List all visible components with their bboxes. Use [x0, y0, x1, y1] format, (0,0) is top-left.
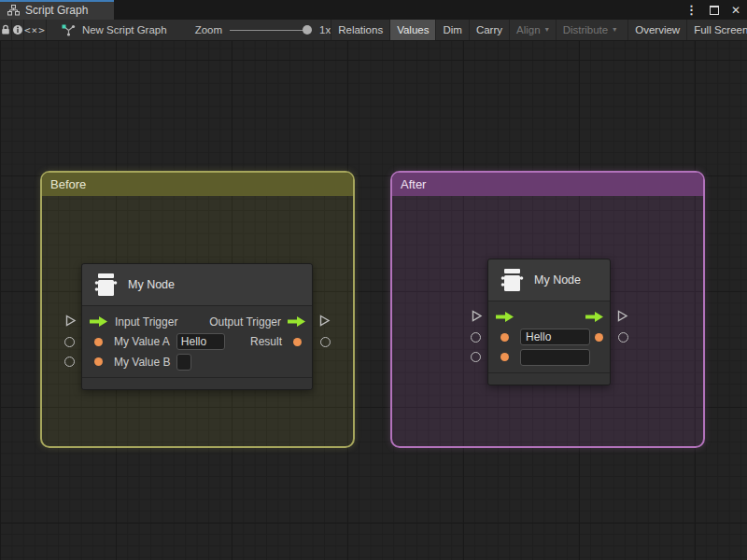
graph-hierarchy-icon: [7, 5, 20, 16]
result-label: Result: [250, 335, 282, 348]
input-flow-port-icon[interactable]: [90, 316, 108, 327]
outer-value-port-icon[interactable]: [618, 332, 628, 343]
graph-title: New Script Graph: [62, 20, 167, 40]
graph-name-label: New Script Graph: [82, 24, 167, 35]
port-row-value-a: [488, 328, 610, 348]
zoom-value: 1x: [319, 24, 331, 35]
outer-value-port-icon[interactable]: [64, 337, 75, 347]
node-body: [488, 301, 610, 372]
info-icon: [12, 24, 23, 35]
value-port-icon[interactable]: [94, 338, 103, 346]
outer-flow-port-icon[interactable]: [471, 310, 483, 322]
node-footer: [488, 372, 610, 385]
outer-value-port-icon[interactable]: [320, 337, 331, 347]
group-header-after[interactable]: After: [392, 173, 703, 196]
dim-button[interactable]: Dim: [435, 20, 468, 40]
code-preview-icon: <×>: [24, 24, 46, 36]
zoom-label: Zoom: [195, 24, 222, 35]
relations-button[interactable]: Relations: [331, 20, 389, 40]
outer-value-port-icon[interactable]: [471, 332, 481, 343]
zoom-control: Zoom 1x: [195, 20, 331, 40]
my-value-b-label: My Value B: [114, 356, 170, 369]
output-flow-port-icon[interactable]: [585, 312, 604, 322]
script-graph-window: Before After My Nod: [0, 0, 747, 560]
result-port-icon[interactable]: [595, 333, 603, 342]
value-b-field[interactable]: [520, 349, 590, 366]
group-header-before[interactable]: Before: [42, 173, 353, 196]
port-row-value-b: My Value B: [82, 352, 312, 372]
port-row-trigger: Input Trigger Output Trigger: [82, 312, 312, 332]
value-port-icon[interactable]: [500, 333, 509, 342]
my-value-a-label: My Value A: [114, 335, 170, 348]
zoom-slider-track[interactable]: [230, 30, 312, 31]
node-my-node-after[interactable]: My Node: [487, 259, 611, 385]
tab-label: Script Graph: [25, 4, 88, 17]
lock-icon: [0, 24, 11, 35]
overview-button[interactable]: Overview: [627, 20, 686, 40]
value-port-icon[interactable]: [500, 353, 509, 361]
toolbar-toggles: Relations Values Dim Carry Align ▾ Distr…: [331, 20, 747, 40]
node-title: My Node: [534, 273, 581, 287]
output-flow-port-icon[interactable]: [288, 316, 306, 327]
close-icon[interactable]: ✕: [731, 5, 740, 16]
script-graph-asset-icon: [62, 24, 76, 36]
outer-flow-port-icon[interactable]: [616, 310, 628, 322]
distribute-label: Distribute: [563, 24, 609, 35]
result-port-icon[interactable]: [293, 338, 302, 346]
maximize-icon[interactable]: [710, 6, 719, 15]
group-title-before: Before: [50, 177, 86, 191]
node-icon: [93, 272, 118, 298]
value-a-field[interactable]: [176, 333, 225, 350]
carry-button[interactable]: Carry: [469, 20, 509, 40]
value-port-icon[interactable]: [94, 357, 103, 366]
input-trigger-label: Input Trigger: [115, 315, 177, 329]
node-header[interactable]: My Node: [82, 264, 312, 306]
window-menu-icon[interactable]: ⋮: [685, 4, 698, 16]
output-trigger-label: Output Trigger: [209, 315, 281, 329]
caret-down-icon: ▾: [545, 26, 549, 34]
window-controls: ⋮ ✕: [685, 0, 740, 20]
zoom-slider-handle[interactable]: [303, 25, 312, 35]
graph-canvas[interactable]: Before After My Nod: [0, 40, 747, 560]
fullscreen-button[interactable]: Full Screen: [686, 20, 747, 40]
node-body: Input Trigger Output Trigger My Value A: [82, 306, 312, 377]
zoom-slider[interactable]: [230, 25, 312, 35]
port-row-value-b: [488, 347, 610, 368]
tab-script-graph[interactable]: Script Graph: [0, 0, 114, 20]
inspect-button[interactable]: [12, 20, 24, 40]
graph-toolbar: <×> New Script Graph Zoom 1x Relati: [0, 20, 747, 41]
align-label: Align: [516, 24, 541, 35]
lock-button[interactable]: [0, 20, 12, 40]
port-row-value-a: My Value A Result: [82, 332, 312, 353]
port-row-trigger: [488, 307, 610, 328]
node-header[interactable]: My Node: [488, 259, 610, 301]
code-preview-button[interactable]: <×>: [24, 20, 47, 40]
window-titlebar: Script Graph ⋮ ✕: [0, 0, 747, 20]
outer-value-port-icon[interactable]: [64, 357, 75, 367]
outer-flow-port-icon[interactable]: [318, 315, 331, 327]
node-footer: [82, 377, 312, 389]
input-flow-port-icon[interactable]: [496, 312, 514, 322]
values-button[interactable]: Values: [389, 20, 435, 40]
distribute-button[interactable]: Distribute ▾: [556, 20, 624, 40]
outer-flow-port-icon[interactable]: [64, 315, 77, 327]
align-button[interactable]: Align ▾: [509, 20, 556, 40]
node-title: My Node: [128, 278, 175, 291]
outer-value-port-icon[interactable]: [471, 352, 481, 362]
value-b-field[interactable]: [176, 354, 191, 371]
group-title-after: After: [401, 177, 426, 191]
value-a-field[interactable]: [520, 329, 590, 345]
node-icon: [500, 267, 524, 293]
node-my-node-before[interactable]: My Node Input Trigger Output Trigger: [81, 263, 313, 390]
caret-down-icon: ▾: [613, 26, 616, 34]
